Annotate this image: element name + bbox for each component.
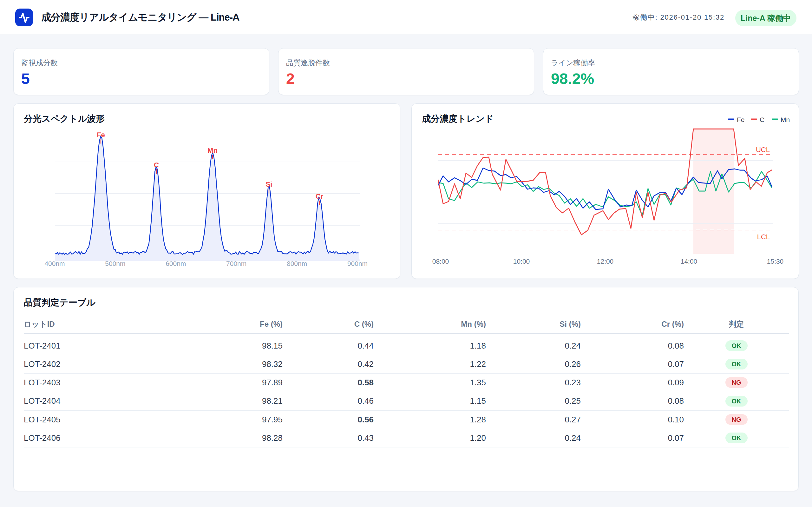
svg-text:600nm: 600nm (165, 260, 186, 267)
svg-text:Cr: Cr (316, 192, 323, 200)
svg-text:400nm: 400nm (44, 260, 65, 267)
svg-text:UCL: UCL (756, 146, 770, 154)
svg-text:Mn: Mn (207, 147, 217, 154)
svg-text:500nm: 500nm (105, 260, 125, 267)
svg-text:C: C (760, 116, 764, 123)
svg-text:Fe: Fe (97, 131, 105, 139)
svg-text:10:00: 10:00 (513, 258, 530, 265)
svg-text:Fe: Fe (737, 116, 745, 123)
svg-text:800nm: 800nm (287, 260, 307, 267)
svg-text:900nm: 900nm (347, 260, 368, 267)
svg-text:700nm: 700nm (226, 260, 247, 267)
svg-text:15:30: 15:30 (767, 258, 784, 265)
svg-text:12:00: 12:00 (597, 258, 614, 265)
svg-text:08:00: 08:00 (432, 258, 449, 265)
svg-text:14:00: 14:00 (681, 258, 698, 265)
svg-text:Si: Si (266, 180, 272, 188)
svg-text:C: C (154, 161, 159, 169)
svg-text:Mn: Mn (780, 116, 790, 123)
svg-text:LCL: LCL (757, 233, 770, 241)
